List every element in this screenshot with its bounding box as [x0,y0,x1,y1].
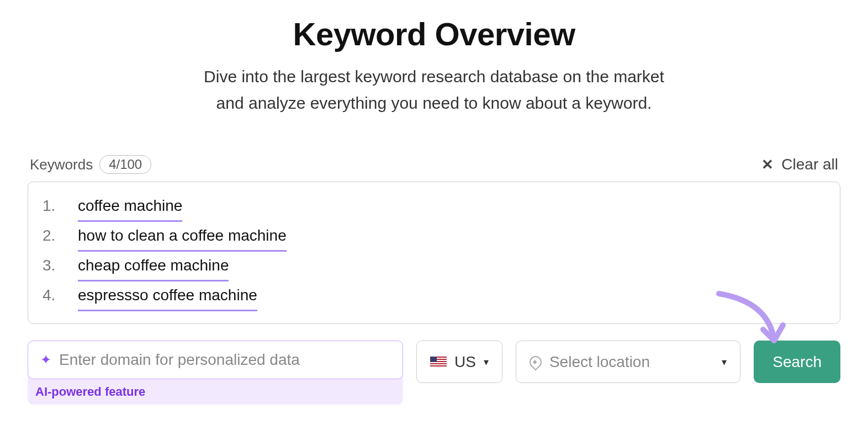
keyword-row: 3. cheap coffee machine [43,252,825,281]
keyword-number: 3. [43,252,58,279]
keywords-header: Keywords 4/100 ✕ Clear all [28,155,840,174]
page-title: Keyword Overview [28,15,840,52]
location-placeholder: Select location [549,353,650,371]
country-code: US [454,353,476,371]
keyword-text[interactable]: espressso coffee machine [78,281,257,311]
controls-row: ✦ AI-powered feature US ▾ Select locatio… [28,341,840,405]
location-select[interactable]: Select location ▾ [516,341,740,383]
map-pin-icon [527,353,544,370]
subtitle-line-1: Dive into the largest keyword research d… [204,67,664,86]
sparkle-icon: ✦ [40,352,51,368]
domain-input[interactable] [59,351,390,369]
keyword-text[interactable]: cheap coffee machine [78,252,229,281]
clear-all-button[interactable]: ✕ Clear all [761,156,838,173]
keywords-label: Keywords [30,156,93,173]
page-subtitle: Dive into the largest keyword research d… [28,63,840,116]
keyword-number: 1. [43,192,58,219]
keyword-row: 2. how to clean a coffee machine [43,222,825,252]
chevron-down-icon: ▾ [722,356,727,368]
keywords-count-badge: 4/100 [99,155,151,174]
keywords-list: 1. coffee machine 2. how to clean a coff… [43,192,825,311]
ai-feature-label: AI-powered feature [28,379,403,399]
subtitle-line-2: and analyze everything you need to know … [216,94,652,112]
keyword-number: 4. [43,281,58,309]
keyword-row: 4. espressso coffee machine [43,281,825,311]
search-button[interactable]: Search [754,341,840,383]
keyword-text[interactable]: how to clean a coffee machine [78,222,287,252]
keyword-text[interactable]: coffee machine [78,192,182,222]
country-select[interactable]: US ▾ [416,341,502,383]
us-flag-icon [430,357,447,368]
keyword-row: 1. coffee machine [43,192,825,222]
chevron-down-icon: ▾ [484,356,489,368]
keywords-textarea[interactable]: 1. coffee machine 2. how to clean a coff… [28,182,840,324]
close-icon: ✕ [761,156,774,173]
clear-all-label: Clear all [781,156,838,173]
domain-field-wrap: ✦ AI-powered feature [28,341,403,405]
domain-input-box[interactable]: ✦ [28,341,403,379]
keyword-number: 2. [43,222,58,249]
